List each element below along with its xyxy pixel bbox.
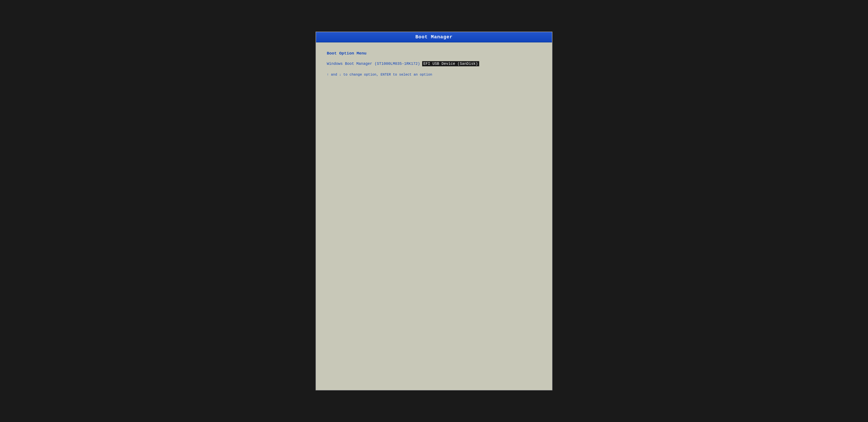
main-content: Boot Option Menu Windows Boot Manager (S… bbox=[316, 42, 552, 390]
navigation-hint: ↑ and ↓ to change option, ENTER to selec… bbox=[327, 73, 541, 77]
title-bar: Boot Manager bbox=[316, 32, 552, 42]
section-title: Boot Option Menu bbox=[327, 51, 541, 56]
boot-options-list: Windows Boot Manager (ST1000LM035-1RK172… bbox=[327, 61, 541, 66]
bios-screen: Boot Manager Boot Option Menu Windows Bo… bbox=[316, 32, 552, 390]
page-title: Boot Manager bbox=[415, 34, 453, 40]
boot-option-efi-usb[interactable]: EFI USB Device (SanDisk) bbox=[422, 61, 479, 66]
boot-option-windows[interactable]: Windows Boot Manager (ST1000LM035-1RK172… bbox=[327, 61, 420, 66]
